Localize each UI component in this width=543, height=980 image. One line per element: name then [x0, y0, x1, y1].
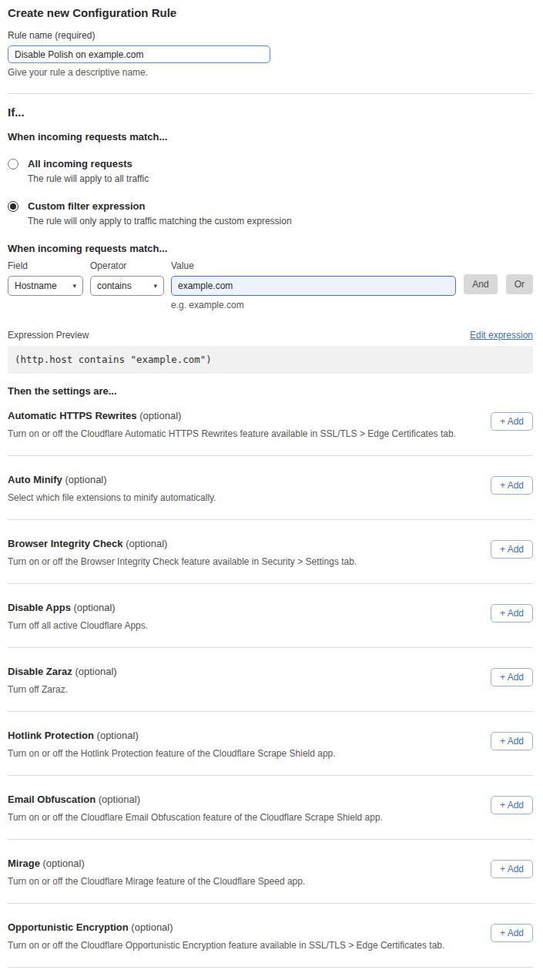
setting-row: Browser Integrity Check (optional) Turn … [8, 532, 533, 584]
setting-name: Auto Minify [8, 474, 62, 485]
setting-optional-tag: (optional) [126, 538, 167, 549]
setting-description: Select which file extensions to minify a… [8, 492, 216, 503]
setting-row: Disable Apps (optional) Turn off all act… [8, 596, 533, 648]
setting-text: Automatic HTTPS Rewrites (optional) Turn… [8, 410, 456, 439]
edit-expression-link[interactable]: Edit expression [470, 330, 533, 341]
rule-name-label: Rule name (required) [8, 30, 533, 41]
setting-row: Automatic HTTPS Rewrites (optional) Turn… [8, 404, 533, 456]
expression-builder-label: When incoming requests match... [8, 243, 533, 254]
setting-text: Disable Apps (optional) Turn off all act… [8, 602, 148, 631]
expression-preview-code: (http.host contains "example.com") [8, 346, 533, 374]
setting-row: Email Obfuscation (optional) Turn on or … [8, 788, 533, 840]
setting-text: Mirage (optional) Turn on or off the Clo… [8, 858, 305, 887]
setting-row: Auto Minify (optional) Select which file… [8, 468, 533, 520]
expression-builder-row: Field Hostname ▾ Operator contains ▾ Val… [8, 260, 533, 310]
setting-description: Turn on or off the Hotlink Protection fe… [8, 748, 336, 759]
operator-dropdown[interactable]: contains ▾ [90, 276, 164, 296]
setting-optional-tag: (optional) [99, 794, 140, 805]
add-button[interactable]: + Add [491, 540, 533, 559]
add-button[interactable]: + Add [491, 732, 533, 750]
setting-description: Turn off Zaraz. [8, 684, 117, 695]
add-button[interactable]: + Add [491, 412, 533, 431]
rule-name-help: Give your rule a descriptive name. [8, 67, 533, 78]
match-type-radio-group: All incoming requests The rule will appl… [8, 158, 533, 227]
add-button[interactable]: + Add [491, 476, 533, 495]
radio-option-all-incoming-requests[interactable]: All incoming requests The rule will appl… [8, 158, 533, 184]
setting-name: Hotlink Protection [8, 730, 94, 741]
setting-description: Turn on or off the Cloudflare Mirage fea… [8, 876, 305, 887]
add-button[interactable]: + Add [491, 860, 533, 878]
field-label: Field [8, 260, 83, 271]
setting-row: Disable Zaraz (optional) Turn off Zaraz.… [8, 660, 533, 712]
operator-column: Operator contains ▾ [90, 260, 164, 296]
radio-selected-icon[interactable] [8, 201, 18, 212]
if-heading: If... [8, 106, 533, 119]
chevron-down-icon: ▾ [153, 282, 157, 290]
then-settings-heading: Then the settings are... [8, 385, 533, 397]
radio-option-custom-filter-expression[interactable]: Custom filter expression The rule will o… [8, 200, 533, 227]
field-dropdown-value: Hostname [15, 280, 57, 291]
value-help: e.g. example.com [171, 300, 456, 310]
expression-preview-label: Expression Preview [8, 330, 89, 341]
field-column: Field Hostname ▾ [8, 260, 83, 296]
setting-name: Browser Integrity Check [8, 538, 123, 549]
radio-unselected-icon[interactable] [8, 159, 18, 169]
setting-text: Auto Minify (optional) Select which file… [8, 474, 216, 503]
setting-description: Turn on or off the Cloudflare Automatic … [8, 428, 456, 439]
setting-description: Turn off all active Cloudflare Apps. [8, 620, 148, 631]
chevron-down-icon: ▾ [72, 282, 76, 290]
setting-row: Mirage (optional) Turn on or off the Clo… [8, 852, 533, 904]
setting-name: Disable Apps [8, 602, 71, 613]
add-button[interactable]: + Add [491, 604, 533, 623]
expression-preview-row: Expression Preview Edit expression [8, 330, 533, 341]
settings-list: Automatic HTTPS Rewrites (optional) Turn… [8, 404, 533, 968]
setting-text: Hotlink Protection (optional) Turn on or… [8, 730, 336, 759]
field-dropdown[interactable]: Hostname ▾ [8, 276, 83, 296]
value-input[interactable] [171, 276, 456, 296]
radio-option-label: Custom filter expression [28, 200, 292, 212]
value-column: Value e.g. example.com [171, 260, 456, 310]
operator-dropdown-value: contains [97, 280, 132, 291]
setting-name: Disable Zaraz [8, 666, 72, 677]
or-button[interactable]: Or [506, 274, 533, 294]
add-button[interactable]: + Add [491, 924, 533, 942]
add-button[interactable]: + Add [491, 668, 533, 686]
setting-row: Opportunistic Encryption (optional) Turn… [8, 916, 533, 968]
setting-name: Opportunistic Encryption [8, 921, 129, 933]
setting-name: Mirage [8, 858, 40, 869]
setting-row: Hotlink Protection (optional) Turn on or… [8, 724, 533, 776]
setting-optional-tag: (optional) [139, 410, 181, 421]
radio-option-description: The rule will apply to all traffic [28, 173, 149, 184]
incoming-requests-match-label: When incoming requests match... [8, 131, 533, 143]
setting-name: Automatic HTTPS Rewrites [8, 410, 137, 421]
radio-option-label: All incoming requests [28, 158, 149, 169]
setting-description: Turn on or off the Cloudflare Email Obfu… [8, 812, 383, 823]
add-button[interactable]: + Add [491, 796, 533, 814]
setting-name: Email Obfuscation [8, 794, 96, 805]
setting-optional-tag: (optional) [97, 730, 139, 741]
setting-description: Turn on or off the Cloudflare Opportunis… [8, 940, 444, 951]
page-title: Create new Configuration Rule [8, 6, 533, 19]
radio-option-description: The rule will only apply to traffic matc… [28, 216, 292, 227]
setting-optional-tag: (optional) [43, 858, 85, 869]
operator-label: Operator [90, 260, 164, 271]
setting-text: Opportunistic Encryption (optional) Turn… [8, 921, 444, 951]
setting-text: Email Obfuscation (optional) Turn on or … [8, 794, 383, 823]
setting-optional-tag: (optional) [74, 602, 116, 613]
setting-optional-tag: (optional) [75, 666, 116, 677]
create-configuration-rule-form: Create new Configuration Rule Rule name … [0, 0, 543, 980]
setting-description: Turn on or off the Browser Integrity Che… [8, 556, 357, 567]
setting-text: Browser Integrity Check (optional) Turn … [8, 538, 357, 567]
and-button[interactable]: And [464, 274, 497, 294]
setting-text: Disable Zaraz (optional) Turn off Zaraz. [8, 666, 117, 695]
section-divider [8, 93, 533, 94]
rule-name-input[interactable] [8, 45, 270, 63]
setting-optional-tag: (optional) [131, 921, 173, 933]
value-label: Value [171, 260, 456, 271]
setting-optional-tag: (optional) [65, 474, 106, 485]
